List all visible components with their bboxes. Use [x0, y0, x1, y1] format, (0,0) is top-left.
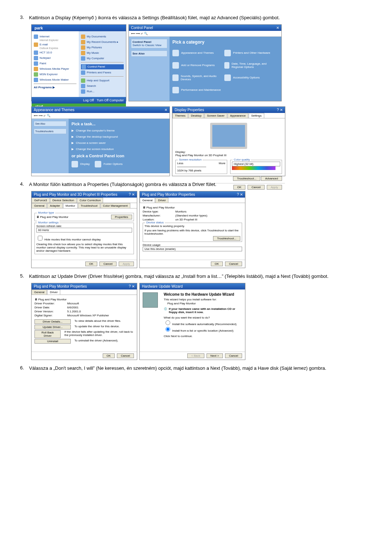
tab-troubleshoot[interactable]: Troubleshoot [78, 203, 100, 208]
menu-item[interactable]: Notepad [40, 56, 50, 60]
category-link[interactable]: Add or Remove Programs [181, 64, 215, 67]
resolution-value: 1024 by 768 pixels [177, 169, 225, 172]
close-icon[interactable]: ? ✕ [237, 193, 243, 197]
close-icon[interactable]: ? ✕ [129, 284, 135, 288]
properties-button[interactable]: Properties [111, 215, 132, 219]
advanced-button[interactable]: Advanced [261, 176, 282, 181]
category-link[interactable]: Date, Time, Language, and Regional Optio… [232, 62, 276, 69]
cancel-button[interactable]: Cancel [248, 185, 265, 190]
driver-details-button[interactable]: Driver Details... [34, 319, 71, 324]
menu-item[interactable]: My Documents [87, 35, 106, 38]
turnoff-button[interactable]: Turn Off Computer [97, 98, 124, 102]
menu-item[interactable]: Printers and Faxes [87, 71, 111, 74]
cancel-button[interactable]: Cancel [225, 262, 242, 266]
wizard-option-list[interactable] [166, 327, 170, 332]
display-icon[interactable] [72, 161, 78, 167]
color-quality-select[interactable]: Highest (32 bit) [232, 162, 280, 166]
category-link[interactable]: Accessibility Options [233, 76, 260, 79]
menu-item[interactable]: E-mail [40, 43, 48, 46]
tab-color-management[interactable]: Color Management [101, 203, 130, 208]
accessibility-icon[interactable] [224, 74, 231, 81]
close-icon[interactable]: ? ✕ [277, 108, 283, 112]
folderoptions-icon[interactable] [95, 161, 101, 167]
task-link[interactable]: Change the screen resolution [76, 147, 114, 151]
all-programs[interactable]: All Programs ▶ [34, 86, 55, 89]
control-panel-item[interactable]: Control Panel [87, 65, 105, 68]
ok-button[interactable]: OK [103, 353, 115, 358]
tab-general[interactable]: General [140, 198, 155, 203]
device-usage-select[interactable]: Use this device (enable) [143, 247, 242, 251]
cancel-button[interactable]: Cancel [117, 353, 134, 358]
menu-item[interactable]: Internet [40, 35, 49, 38]
menu-item[interactable]: Windows Movie Maker [40, 78, 69, 81]
ok-button[interactable]: OK [233, 185, 246, 190]
close-icon[interactable]: ? ✕ [129, 193, 135, 197]
tab-general[interactable]: General [32, 289, 47, 295]
switch-classic-link[interactable]: Switch to Classic View [132, 44, 162, 47]
folderoptions-link[interactable]: Folder Options [103, 162, 122, 166]
menu-item[interactable]: My Music [87, 51, 99, 54]
category-link[interactable]: Appearance and Themes [181, 51, 214, 54]
apply-button[interactable]: Apply [119, 262, 134, 266]
menu-item[interactable]: Windows Media Player [40, 67, 69, 70]
menu-item[interactable]: MSN Explorer [40, 73, 58, 76]
tab-driver[interactable]: Driver [155, 198, 168, 203]
menu-item[interactable]: Run... [87, 90, 94, 93]
ok-button[interactable]: OK [211, 262, 223, 266]
tab-desktop[interactable]: Desktop [188, 113, 204, 118]
menu-item[interactable]: My Computer [87, 57, 104, 60]
tab-monitor[interactable]: Monitor [63, 203, 78, 208]
sounds-icon[interactable] [172, 74, 179, 81]
update-driver-button[interactable]: Update Driver... [34, 325, 71, 329]
tab-themes[interactable]: Themes [172, 113, 188, 118]
category-link[interactable]: Sounds, Speech, and Audio Devices [181, 74, 224, 81]
resolution-slider[interactable] [177, 166, 206, 167]
menu-item[interactable]: Help and Support [87, 79, 109, 82]
menu-item[interactable]: My Pictures [87, 46, 102, 49]
task-link[interactable]: Change the computer's theme [76, 129, 115, 132]
category-link[interactable]: Printers and Other Hardware [233, 51, 270, 54]
printers-icon[interactable] [224, 50, 231, 56]
troubleshoot-button[interactable]: Troubleshoot... [213, 236, 240, 241]
wizard-option-auto[interactable] [166, 320, 170, 325]
figure-2: Appearance and Themes✕ ⟵ ⟶ ⤾ 🔍 See Also … [31, 106, 374, 176]
tab-screensaver[interactable]: Screen Saver [204, 113, 227, 118]
tab-device-selection[interactable]: Device Selection [50, 198, 77, 203]
figure-3: Plug and Play Monitor and 3D Prophet III… [31, 191, 374, 268]
addremove-icon[interactable] [172, 62, 179, 69]
tab-geforce3[interactable]: GeForce3 [32, 198, 50, 203]
refresh-rate-select[interactable]: 60 Hertz [36, 228, 132, 232]
close-icon[interactable]: ✕ [276, 26, 279, 30]
tab-appearance[interactable]: Appearance [228, 113, 248, 118]
tab-settings[interactable]: Settings [249, 113, 264, 118]
apply-button[interactable]: Apply [267, 185, 282, 190]
cancel-button[interactable]: Cancel [225, 353, 242, 358]
performance-icon[interactable] [172, 87, 179, 93]
task-link[interactable]: Change the desktop background [76, 135, 118, 138]
cancel-button[interactable]: Cancel [99, 262, 117, 266]
tab-adapter[interactable]: Adapter [47, 203, 62, 208]
rollback-driver-button[interactable]: Roll Back Driver [34, 330, 61, 338]
close-icon[interactable]: ✕ [164, 108, 167, 112]
menu-item[interactable]: HCT 10.0 [40, 51, 52, 54]
ok-button[interactable]: OK [85, 262, 98, 266]
datetime-icon[interactable] [224, 62, 229, 69]
tab-general[interactable]: General [32, 203, 47, 208]
appearance-icon[interactable] [172, 50, 179, 56]
uninstall-button[interactable]: Uninstall [34, 339, 71, 344]
tab-driver[interactable]: Driver [47, 289, 60, 295]
hide-modes-checkbox[interactable] [38, 236, 42, 240]
menu-item[interactable]: Search [87, 84, 96, 88]
logoff-button[interactable]: Log Off [83, 98, 94, 102]
menu-item[interactable]: Paint [40, 62, 46, 65]
step-3: 3. Kattintson a Display (Képernyő ) ikon… [18, 15, 374, 21]
next-button[interactable]: Next > [207, 353, 223, 358]
task-link[interactable]: Choose a screen saver [76, 141, 106, 145]
toolbar: ⟵ ⟶ ⤾ 🔍 [129, 31, 281, 37]
display-link[interactable]: Display [80, 162, 90, 166]
menu-item[interactable]: My Recent Documents ▸ [87, 40, 118, 44]
category-link[interactable]: Performance and Maintenance [181, 88, 221, 92]
tab-color-correction[interactable]: Color Correction [77, 198, 103, 203]
back-button[interactable]: < Back [187, 353, 204, 358]
troubleshoot-button[interactable]: Troubleshoot... [233, 176, 260, 181]
